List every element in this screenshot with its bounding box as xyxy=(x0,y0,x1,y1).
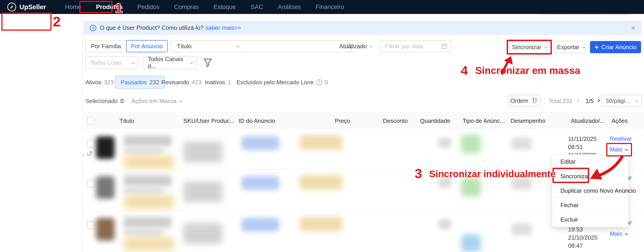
selected-counter: Selecionado 0 xyxy=(86,96,124,106)
status-tab-count: 423 xyxy=(192,79,202,86)
status-tab-count: 1 xyxy=(228,79,231,86)
banner-learn-more-link[interactable]: saber mais>> xyxy=(206,24,241,31)
col-header-id: ID do Anúncio xyxy=(238,113,275,128)
status-tab-ativos[interactable]: Ativos 323 xyxy=(86,76,114,89)
more-actions-link[interactable]: Mais xyxy=(610,146,627,153)
menu-item-editar[interactable]: Editar xyxy=(552,154,628,169)
search-field-value: Título xyxy=(177,43,192,50)
created-date: 21/10/2025 xyxy=(568,234,598,242)
status-tab-label: Inativos xyxy=(205,79,225,86)
menu-item-sincronizar[interactable]: Sincronizar xyxy=(552,169,628,183)
reactivate-link[interactable]: Reativar xyxy=(610,135,632,142)
create-listing-label: Criar Anúncio xyxy=(601,44,636,51)
created-time: 08:47 xyxy=(568,242,598,250)
updated-filter-select[interactable]: Atualizado xyxy=(339,40,372,52)
search-combo: Título xyxy=(170,40,358,52)
menu-item-fechar[interactable]: Fechar xyxy=(552,198,628,212)
status-tab-count: 323 xyxy=(104,79,114,86)
export-button[interactable]: Exportar xyxy=(556,41,586,53)
blurred-sku xyxy=(184,141,222,162)
menu-item-excluir[interactable]: Excluir xyxy=(552,212,628,227)
blurred-listing-type xyxy=(461,135,481,153)
product-thumbnail xyxy=(96,136,114,159)
blurred-title xyxy=(124,175,172,186)
select-all-checkbox[interactable] xyxy=(87,117,95,125)
stores-filter-select[interactable]: Todas Lojas xyxy=(86,56,138,69)
blurred-listing-id xyxy=(242,218,279,232)
sync-button[interactable]: Sincronizar xyxy=(509,41,549,53)
col-header-desempenho: Desempenho xyxy=(510,113,546,128)
external-link-icon xyxy=(87,151,92,156)
create-listing-button[interactable]: + Criar Anúncio xyxy=(590,41,641,53)
menu-item-duplicar[interactable]: Duplicar como Novo Anúncio xyxy=(552,183,628,198)
status-tab-label: Revisando xyxy=(161,79,189,86)
table-header: Título SKU/User Produc... ID do Anúncio … xyxy=(84,113,644,128)
blurred-listing-type xyxy=(461,178,481,197)
annotation-number-3: 3 xyxy=(415,166,422,181)
row-checkbox[interactable] xyxy=(87,180,95,187)
brand-logo[interactable]: UpSeller xyxy=(7,2,46,12)
page-size-select[interactable]: 50/pági... xyxy=(601,95,642,107)
page-indicator: 1/5 xyxy=(586,96,594,106)
nav-item-analises[interactable]: Análises xyxy=(278,3,301,10)
page-size-value: 50/pági... xyxy=(606,97,630,104)
export-button-label: Exportar xyxy=(557,44,579,51)
status-tab-label: Excluídos pelo Mercado Livre xyxy=(236,79,314,86)
status-tab-revisando[interactable]: Revisando 423 xyxy=(161,76,202,89)
next-page-button[interactable] xyxy=(596,99,600,103)
chevron-down-icon xyxy=(179,99,183,103)
more-label: Mais xyxy=(610,230,622,237)
info-icon xyxy=(90,24,97,31)
total-count: Total 232 xyxy=(548,96,572,106)
chevron-down-icon xyxy=(625,148,628,151)
nav-item-financeiro[interactable]: Financeiro xyxy=(316,3,344,10)
blurred-subtitle xyxy=(124,147,163,155)
blurred-subtitle xyxy=(124,229,163,236)
row-checkbox[interactable] xyxy=(87,221,95,229)
status-tab-count: 232 xyxy=(150,79,159,86)
annotation-text-bulk-sync: Sincronizar em massa xyxy=(475,65,580,76)
nav-item-compras[interactable]: Compras xyxy=(174,3,199,10)
blurred-listing-type xyxy=(461,235,481,252)
col-header-desconto: Desconto xyxy=(383,113,408,128)
nav-item-pedidos[interactable]: Pedidos xyxy=(137,3,160,10)
sidebar xyxy=(0,14,83,252)
date-filter-input[interactable]: Filtrar por data xyxy=(380,40,452,52)
app-window: UpSeller Home Produtos Pedidos Compras E… xyxy=(0,0,644,252)
annotation-text-individual-sync: Sincronizar individualmente xyxy=(429,169,556,179)
updated-filter-value: Atualizado xyxy=(339,43,366,50)
row-checkbox[interactable] xyxy=(87,140,95,147)
filter-funnel-icon[interactable] xyxy=(203,58,212,68)
bulk-actions-label: Ações em Massa xyxy=(132,98,176,105)
section-divider xyxy=(84,112,644,113)
order-button-label: Ordem xyxy=(510,97,528,104)
order-button[interactable]: Ordem xyxy=(508,95,540,107)
nav-item-home[interactable]: Home xyxy=(65,3,81,10)
status-tab-inativos[interactable]: Inativos 1 xyxy=(205,76,231,89)
col-header-quantidade: Quantidade xyxy=(420,113,450,128)
channels-filter-value: Todos Canais d... xyxy=(148,56,187,70)
info-banner: O que é User Product? Como utilizá-lo? s… xyxy=(84,21,642,35)
sync-button-label: Sincronizar xyxy=(512,44,541,51)
col-header-titulo: Título xyxy=(120,113,134,128)
blurred-title xyxy=(124,135,172,146)
tab-por-familia[interactable]: Por Família xyxy=(86,40,126,52)
col-header-acoes: Ações xyxy=(612,113,628,128)
channels-filter-select[interactable]: Todos Canais d... xyxy=(143,56,197,69)
calendar-icon xyxy=(441,43,448,50)
col-header-preco: Preço xyxy=(335,113,350,128)
updated-time: 08:51 xyxy=(568,143,596,151)
bulk-actions-select[interactable]: Ações em Massa xyxy=(132,96,182,106)
search-field-select[interactable]: Título xyxy=(171,41,246,52)
more-label: Mais xyxy=(610,146,622,153)
more-actions-link[interactable]: Mais xyxy=(610,230,627,237)
nav-item-estoque[interactable]: Estoque xyxy=(214,3,236,10)
nav-item-sac[interactable]: SAC xyxy=(250,3,263,10)
status-tab-excluidos[interactable]: Excluídos pelo Mercado Livre ? 0 xyxy=(236,76,328,89)
blurred-quantity xyxy=(438,137,451,148)
close-icon[interactable]: × xyxy=(631,23,636,32)
tab-por-anuncio[interactable]: Por Anúncio xyxy=(126,40,168,52)
prev-page-button[interactable] xyxy=(577,99,581,103)
help-icon[interactable]: ? xyxy=(316,79,322,85)
status-tab-pausados[interactable]: Pausados 232 xyxy=(115,76,165,89)
